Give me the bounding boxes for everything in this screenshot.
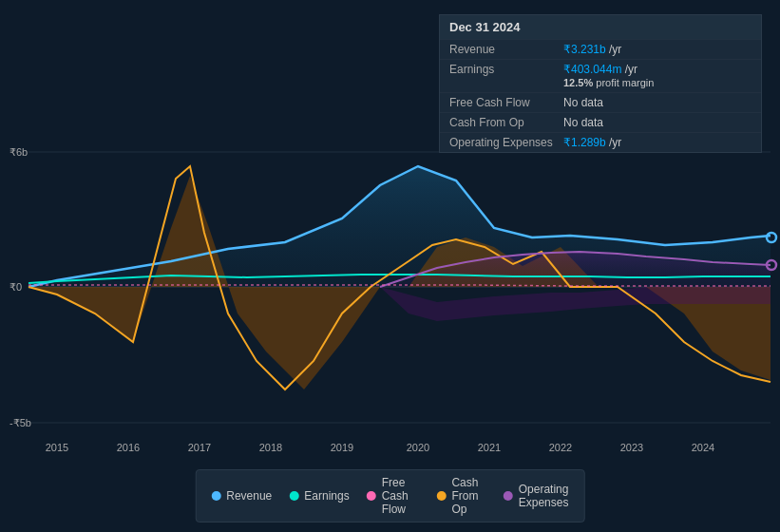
- svg-text:₹0: ₹0: [10, 281, 22, 293]
- legend-dot-revenue: [211, 491, 220, 501]
- legend-item-earnings: Earnings: [289, 489, 349, 503]
- info-value-revenue: ₹3.231b /yr: [563, 43, 621, 56]
- legend-dot-cashfromop: [436, 491, 446, 501]
- legend-label-cashfromop: Cash From Op: [451, 476, 485, 516]
- info-value-opex: ₹1.289b /yr: [563, 136, 621, 149]
- svg-text:2019: 2019: [331, 442, 353, 453]
- info-value-fcf: No data: [563, 96, 603, 109]
- info-label-earnings: Earnings: [449, 63, 563, 76]
- info-label-opex: Operating Expenses: [449, 136, 563, 149]
- info-value-earnings: ₹403.044m /yr 12.5% profit margin: [563, 63, 654, 89]
- info-row-cashfromop: Cash From Op No data: [440, 112, 761, 132]
- svg-text:2022: 2022: [549, 442, 572, 453]
- info-value-cashfromop: No data: [563, 116, 603, 129]
- legend-label-fcf: Free Cash Flow: [382, 476, 420, 516]
- svg-text:2021: 2021: [478, 442, 501, 453]
- legend-item-cashfromop: Cash From Op: [436, 476, 485, 516]
- info-label-fcf: Free Cash Flow: [449, 96, 563, 109]
- legend-item-fcf: Free Cash Flow: [367, 476, 420, 516]
- legend-item-opex: Operating Expenses: [504, 483, 569, 509]
- chart-legend: Revenue Earnings Free Cash Flow Cash Fro…: [195, 469, 585, 522]
- legend-dot-opex: [504, 491, 513, 501]
- info-row-opex: Operating Expenses ₹1.289b /yr: [440, 132, 761, 152]
- legend-label-revenue: Revenue: [226, 489, 272, 503]
- svg-text:2018: 2018: [259, 442, 282, 453]
- svg-text:-₹5b: -₹5b: [10, 417, 31, 428]
- svg-text:2016: 2016: [117, 442, 140, 453]
- svg-text:2024: 2024: [692, 442, 714, 453]
- info-row-earnings: Earnings ₹403.044m /yr 12.5% profit marg…: [440, 59, 761, 92]
- svg-text:2017: 2017: [188, 442, 211, 453]
- info-box: Dec 31 2024 Revenue ₹3.231b /yr Earnings…: [439, 14, 762, 153]
- legend-item-revenue: Revenue: [211, 489, 272, 503]
- legend-dot-fcf: [367, 491, 376, 501]
- legend-dot-earnings: [289, 491, 298, 501]
- legend-label-earnings: Earnings: [304, 489, 349, 503]
- info-label-cashfromop: Cash From Op: [449, 116, 563, 129]
- svg-text:₹6b: ₹6b: [10, 146, 28, 158]
- info-box-date: Dec 31 2024: [440, 15, 761, 39]
- svg-text:2023: 2023: [620, 442, 643, 453]
- info-row-revenue: Revenue ₹3.231b /yr: [440, 39, 761, 59]
- svg-text:2020: 2020: [407, 442, 429, 453]
- info-label-revenue: Revenue: [449, 43, 563, 56]
- svg-text:2015: 2015: [46, 442, 68, 453]
- legend-label-opex: Operating Expenses: [519, 483, 569, 509]
- info-row-fcf: Free Cash Flow No data: [440, 92, 761, 112]
